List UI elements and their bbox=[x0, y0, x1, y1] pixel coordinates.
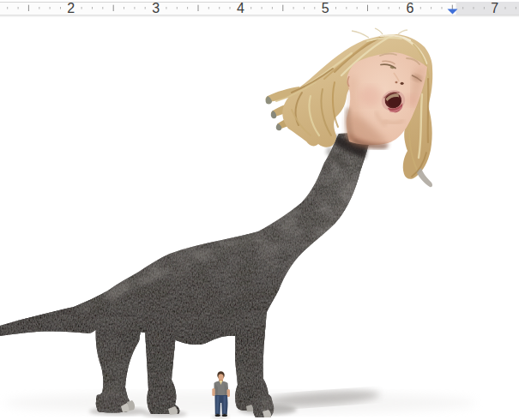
svg-text:5: 5 bbox=[322, 1, 329, 15]
svg-text:3: 3 bbox=[152, 1, 160, 15]
svg-text:4: 4 bbox=[237, 1, 244, 15]
svg-text:7: 7 bbox=[491, 1, 498, 15]
svg-text:6: 6 bbox=[406, 1, 413, 15]
svg-text:2: 2 bbox=[67, 1, 75, 15]
